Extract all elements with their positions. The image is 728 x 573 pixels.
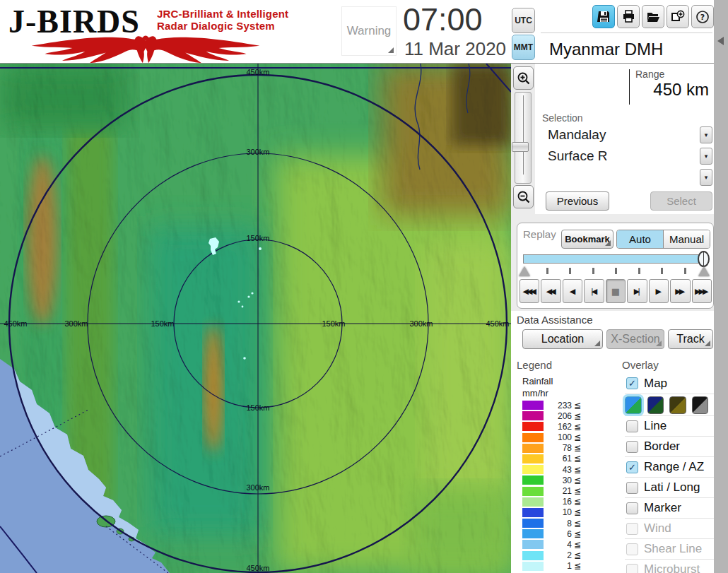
replay-card: Replay Bookmark Auto Manual ◀◀◀◀◀◀|◀■▶|▶… [517, 223, 714, 309]
checkbox-unchecked[interactable] [626, 482, 638, 494]
station-name: Myanmar DMH [549, 40, 663, 59]
legend-entry: 43≦ [522, 465, 589, 474]
help-icon[interactable]: ? [691, 5, 714, 28]
ring-label: 450km [486, 319, 509, 328]
stop-button[interactable]: ■ [606, 279, 626, 303]
zoom-in-icon[interactable] [513, 66, 534, 90]
legend-color-swatch [522, 465, 544, 474]
open-folder-icon[interactable] [642, 5, 664, 28]
clock-time: 07:00 [403, 1, 509, 38]
legend-value: 21 [544, 486, 572, 496]
legend-entry: 2≦ [522, 551, 589, 560]
print-icon[interactable] [617, 5, 640, 28]
overlay-item-shear-line[interactable]: Shear Line [625, 538, 714, 559]
ring-label: 150km [322, 319, 345, 328]
legend-value: 43 [544, 465, 572, 475]
collapse-arrow-icon [717, 37, 724, 45]
overlay-item-marker[interactable]: Marker [625, 497, 714, 518]
warning-button[interactable]: Warning [341, 6, 397, 56]
overlay-item-label: Microburst [644, 562, 700, 573]
bookmark-label: Bookmark [565, 234, 610, 244]
previous-button[interactable]: Previous [546, 191, 609, 211]
overlay-item-label: Marker [644, 501, 681, 515]
forward-fastest-button[interactable]: ▶▶▶ [692, 279, 712, 303]
save-icon[interactable] [592, 5, 615, 28]
location-button[interactable]: Location [522, 329, 603, 349]
selection-dropdown-2[interactable]: ▾ [541, 168, 714, 187]
chevron-down-icon[interactable]: ▾ [700, 148, 712, 165]
legend-value: 61 [544, 454, 572, 463]
zoom-slider-groove [523, 95, 524, 175]
legend-entry: 100≦ [522, 433, 589, 442]
legend-entry: 162≦ [522, 422, 589, 431]
checkbox-unchecked[interactable] [626, 441, 638, 453]
replay-range-end-marker[interactable] [698, 266, 710, 276]
less-than-equal-symbol: ≦ [574, 401, 581, 410]
auto-mode-button[interactable]: Auto [617, 230, 664, 248]
checkbox-unchecked [626, 543, 638, 555]
step-forward-button[interactable]: ▶| [627, 279, 647, 303]
legend-value: 100 [544, 432, 572, 442]
overlay-item-range-az[interactable]: ✓Range / AZ [625, 456, 714, 477]
rain-echo-dot [259, 247, 262, 250]
overlay-item-microburst[interactable]: Microburst [625, 559, 714, 573]
bookmark-button[interactable]: Bookmark [561, 230, 613, 249]
less-than-equal-symbol: ≦ [574, 443, 581, 453]
play-button[interactable]: ▶ [649, 279, 669, 303]
replay-progress-thumb[interactable] [698, 251, 710, 267]
map-style-color[interactable] [625, 396, 642, 414]
legend-color-swatch [522, 487, 544, 496]
legend-color-swatch [522, 444, 544, 453]
step-back-button[interactable]: |◀ [584, 279, 604, 303]
legend-value: 4 [544, 540, 572, 550]
xsection-button[interactable]: X-Section [606, 329, 664, 349]
overlay-item-lati-long[interactable]: Lati / Long [625, 477, 714, 497]
checkbox-unchecked[interactable] [626, 502, 638, 514]
zoom-out-icon[interactable] [513, 185, 534, 208]
checkbox-checked[interactable]: ✓ [626, 461, 638, 473]
timezone-utc-button[interactable]: UTC [512, 8, 535, 33]
forward-fast-button[interactable]: ▶▶ [670, 279, 690, 303]
overlay-item-border[interactable]: Border [625, 436, 714, 456]
legend-value: 30 [544, 475, 572, 485]
zoom-slider-thumb[interactable] [512, 142, 529, 152]
map-style-dark-blue[interactable] [647, 396, 664, 414]
selection-dropdown-1[interactable]: Surface R▾ [541, 147, 714, 166]
replay-tick [684, 268, 686, 274]
radar-map[interactable]: 450km 300km 150km 150km 300km 450km 450k… [0, 64, 511, 573]
legend-value: 2 [544, 550, 572, 560]
overlay-item-map[interactable]: ✓Map [625, 373, 714, 394]
timezone-mmt-button[interactable]: MMT [512, 35, 535, 60]
track-button[interactable]: Track [668, 329, 713, 349]
manual-mode-button[interactable]: Manual [664, 230, 710, 248]
map-style-olive[interactable] [669, 396, 686, 414]
less-than-equal-symbol: ≦ [574, 519, 581, 528]
replay-tick [569, 268, 571, 274]
less-than-equal-symbol: ≦ [574, 465, 581, 475]
play-reverse-button[interactable]: ◀ [563, 279, 582, 303]
app-logo: J-BIRDS JRC-Brilliant & Intelligent Rada… [7, 3, 290, 62]
replay-range-start-marker[interactable] [519, 266, 530, 276]
chevron-down-icon[interactable]: ▾ [700, 169, 712, 186]
replay-progress-bar[interactable] [523, 254, 708, 264]
legend-quantity: Rainfall [522, 376, 553, 386]
rewind-fastest-button[interactable]: ◀◀◀ [519, 279, 539, 303]
overlay-item-wind[interactable]: Wind [625, 518, 714, 538]
panel-collapse-strip[interactable] [714, 0, 728, 573]
checkbox-unchecked[interactable] [626, 420, 638, 432]
ring-label: 150km [246, 403, 269, 412]
selection-dropdown-0[interactable]: Mandalay▾ [541, 126, 714, 145]
ring-label: 300km [246, 148, 269, 156]
legend-color-swatch [522, 422, 544, 431]
select-button[interactable]: Select [650, 191, 712, 211]
overlay-item-line[interactable]: Line [625, 415, 714, 436]
playback-controls: ◀◀◀◀◀◀|◀■▶|▶▶▶▶▶▶ [519, 279, 712, 303]
checkbox-checked[interactable]: ✓ [626, 377, 638, 389]
chevron-down-icon[interactable]: ▾ [700, 126, 712, 143]
zoom-slider[interactable] [515, 92, 532, 184]
map-style-gray[interactable] [692, 396, 709, 414]
rewind-fast-button[interactable]: ◀◀ [541, 279, 560, 303]
legend-color-swatch [522, 529, 544, 538]
legend-entry: 1≦ [522, 562, 589, 571]
add-image-icon[interactable] [667, 5, 689, 28]
